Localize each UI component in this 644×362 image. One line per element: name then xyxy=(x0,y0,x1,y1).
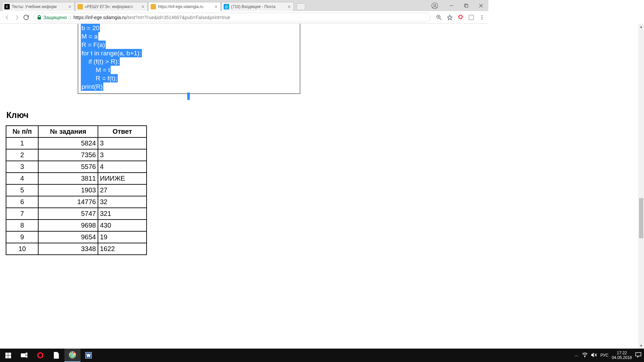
toolbar-actions: O xyxy=(435,14,486,21)
browser-tabstrip: K Тесты: Учебник информ × «РЕШУ ЕГЭ»: ин… xyxy=(0,0,488,11)
favicon-sun-icon xyxy=(151,4,156,9)
table-row: 5190327 xyxy=(6,184,147,196)
browser-toolbar: Защищено | https://inf-ege.sdamgia.ru/te… xyxy=(0,11,488,24)
close-icon[interactable]: × xyxy=(67,4,72,9)
column-header: № п/п xyxy=(6,126,38,137)
reload-button[interactable] xyxy=(21,13,31,22)
table-row: 61477632 xyxy=(6,196,147,208)
window-controls xyxy=(429,0,488,11)
svg-point-14 xyxy=(482,17,483,18)
tab-1[interactable]: «РЕШУ ЕГЭ»: информати × xyxy=(75,2,148,11)
svg-line-9 xyxy=(440,18,441,20)
code-line: M = t xyxy=(81,66,111,74)
tab-2[interactable]: https://inf-ege.sdamgia.ru × xyxy=(148,2,221,11)
table-row: 75747321 xyxy=(6,208,147,220)
tab-0[interactable]: K Тесты: Учебник информ × xyxy=(2,2,74,11)
close-icon[interactable]: × xyxy=(287,4,291,9)
tab-3[interactable]: @ (710) Входящие - Почта × xyxy=(221,2,294,11)
svg-point-13 xyxy=(482,15,483,16)
tab-title: Тесты: Учебник информ xyxy=(12,4,66,9)
tab-title: «РЕШУ ЕГЭ»: информати xyxy=(85,4,139,9)
code-line: for t in range(a, b+1): xyxy=(81,49,142,57)
table-header-row: № п/п № задания Ответ xyxy=(6,126,147,137)
opera-extension-icon[interactable]: O xyxy=(457,14,464,21)
table-row: 43811ИИИЖЕ xyxy=(6,173,147,184)
table-row: 1033481622 xyxy=(6,243,147,255)
code-line: R = F(a) xyxy=(81,41,106,49)
url-path: /test?nt=True&id=3514607&pub=False&print… xyxy=(126,15,230,20)
new-tab-button[interactable] xyxy=(297,3,305,10)
maximize-button[interactable] xyxy=(459,1,474,11)
profile-avatar-icon[interactable] xyxy=(429,0,440,11)
code-line: R = f(t); xyxy=(81,74,118,82)
url-host: https://inf-ege.sdamgia.ru xyxy=(73,15,126,20)
table-row: 273563 xyxy=(6,149,147,161)
favicon-sun-icon xyxy=(77,4,83,9)
tab-title: (710) Входящие - Почта xyxy=(231,4,285,9)
minimize-button[interactable] xyxy=(444,1,459,11)
svg-rect-7 xyxy=(38,17,41,19)
table-row: 89698430 xyxy=(6,220,147,231)
key-heading: Ключ xyxy=(6,110,29,120)
svg-point-1 xyxy=(434,4,436,6)
column-header: № задания xyxy=(38,126,98,137)
svg-point-15 xyxy=(482,18,483,19)
favicon-k-icon: K xyxy=(4,4,10,9)
bookmark-star-icon[interactable] xyxy=(446,14,453,21)
close-icon[interactable]: × xyxy=(214,4,218,9)
answer-key-table: № п/п № задания Ответ 158243 273563 3557… xyxy=(6,125,147,255)
secure-label: Защищено xyxy=(43,15,67,20)
code-line: b = 20 xyxy=(81,24,100,32)
address-bar[interactable]: Защищено | https://inf-ege.sdamgia.ru/te… xyxy=(34,13,431,22)
page-content: b = 20 M = a R = F(a) for t in range(a, … xyxy=(0,24,488,274)
close-icon[interactable]: × xyxy=(141,4,145,9)
zoom-icon[interactable] xyxy=(435,14,443,21)
svg-rect-12 xyxy=(469,15,474,20)
code-line: print(R) xyxy=(81,82,103,91)
table-row: 9965419 xyxy=(6,231,147,243)
table-row: 355764 xyxy=(6,161,147,173)
back-button[interactable] xyxy=(3,13,12,22)
table-row: 158243 xyxy=(6,137,147,149)
selection-caret xyxy=(187,93,190,100)
column-header: Ответ xyxy=(98,126,147,137)
favicon-mail-icon: @ xyxy=(224,4,229,9)
extension-icon[interactable] xyxy=(468,14,475,21)
forward-button[interactable] xyxy=(12,13,21,22)
svg-rect-4 xyxy=(465,5,468,7)
code-line: M = a xyxy=(81,32,98,41)
tab-title: https://inf-ege.sdamgia.ru xyxy=(158,4,212,9)
code-box: b = 20 M = a R = F(a) for t in range(a, … xyxy=(78,24,300,94)
close-window-button[interactable] xyxy=(474,1,488,11)
browser-menu-icon[interactable] xyxy=(478,14,486,21)
code-line: if (f(t) > R): xyxy=(81,57,120,66)
lock-icon xyxy=(37,15,41,20)
